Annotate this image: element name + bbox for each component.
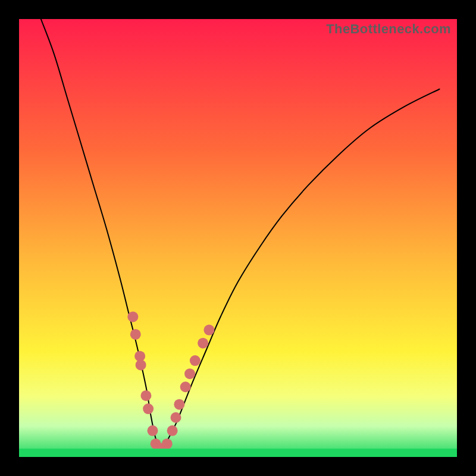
data-marker [198,338,208,349]
data-marker [167,425,178,436]
data-marker [190,355,201,366]
data-marker [184,368,195,379]
data-marker [130,329,141,340]
plot-area: TheBottleneck.com [19,19,457,457]
chart-frame: TheBottleneck.com [0,0,476,476]
data-marker [170,412,181,423]
data-marker [174,399,184,410]
marker-group [127,311,214,453]
data-marker [203,325,214,336]
data-marker [136,359,146,370]
data-marker [140,390,151,401]
data-marker [147,425,158,436]
data-marker [143,403,154,414]
optimal-zone-strip [19,449,457,457]
data-marker [162,439,173,449]
data-marker [127,311,138,322]
curve-layer [19,19,457,457]
data-marker [180,381,191,392]
bottleneck-curve [41,19,440,450]
